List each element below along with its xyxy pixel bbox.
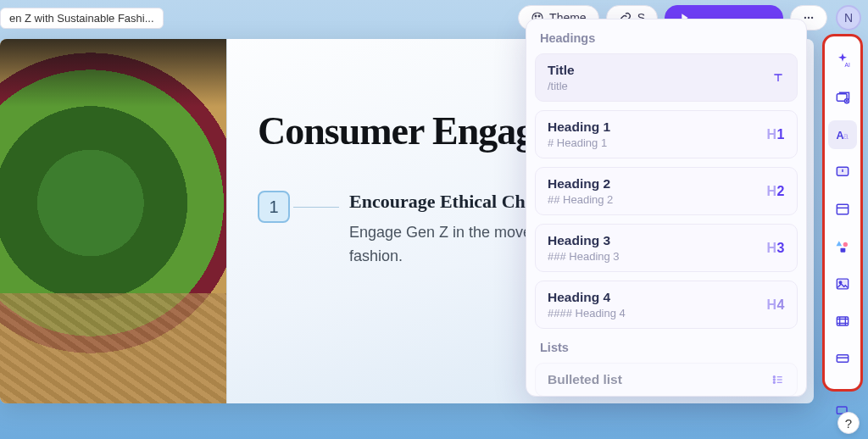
option-heading-2[interactable]: Heading 2 ## Heading 2 H2 — [535, 167, 798, 215]
svg-point-17 — [843, 242, 848, 247]
svg-point-7 — [773, 376, 775, 378]
option-h1-name: Heading 1 — [548, 119, 767, 135]
option-h3-name: Heading 3 — [548, 233, 767, 248]
svg-point-6 — [811, 17, 813, 19]
svg-rect-22 — [837, 355, 848, 362]
svg-point-4 — [804, 17, 806, 19]
section-label-headings: Headings — [535, 28, 798, 53]
option-title-name: Title — [548, 63, 771, 78]
option-heading-4[interactable]: Heading 4 #### Heading 4 H4 — [535, 281, 798, 329]
svg-text:AI: AI — [845, 62, 850, 68]
h3-badge: H3 — [767, 241, 785, 256]
option-h4-hint: #### Heading 4 — [548, 307, 767, 320]
svg-rect-16 — [837, 204, 848, 214]
title-t-icon — [771, 71, 785, 85]
option-heading-3[interactable]: Heading 3 ### Heading 3 H3 — [535, 224, 798, 272]
rail-shapes[interactable] — [828, 232, 857, 261]
rail-card-templates[interactable] — [828, 83, 857, 112]
point-number-badge[interactable]: 1 — [258, 191, 290, 223]
rail-text[interactable]: Aa — [828, 120, 857, 149]
document-title-pill[interactable]: en Z with Sustainable Fashi... — [0, 8, 164, 29]
option-h2-name: Heading 2 — [548, 176, 767, 192]
option-h1-hint: # Heading 1 — [548, 136, 767, 149]
option-heading-1[interactable]: Heading 1 # Heading 1 H1 — [535, 110, 798, 158]
right-tool-rail: AI Aa — [824, 36, 861, 390]
option-bulleted-name: Bulleted list — [548, 372, 771, 387]
svg-rect-19 — [837, 279, 848, 289]
svg-text:a: a — [843, 131, 849, 141]
h1-badge: H1 — [767, 127, 785, 142]
svg-point-5 — [808, 17, 810, 19]
option-h3-hint: ### Heading 3 — [548, 250, 767, 263]
slide-hero-image — [0, 39, 227, 403]
rail-embed[interactable] — [828, 344, 857, 373]
option-h4-name: Heading 4 — [548, 290, 767, 305]
help-button[interactable]: ? — [837, 412, 860, 434]
bulleted-list-icon — [771, 373, 785, 386]
avatar[interactable]: N — [836, 5, 861, 31]
rail-callout[interactable] — [828, 158, 857, 186]
option-h2-hint: ## Heading 2 — [548, 193, 767, 206]
svg-point-9 — [773, 381, 775, 383]
rail-video[interactable] — [828, 307, 857, 336]
rail-image[interactable] — [828, 270, 857, 298]
h4-badge: H4 — [767, 297, 785, 313]
svg-rect-21 — [837, 317, 848, 325]
section-label-lists: Lists — [535, 337, 798, 363]
rail-ai[interactable]: AI — [828, 46, 857, 75]
option-bulleted-list[interactable]: Bulleted list — [535, 363, 798, 397]
svg-point-8 — [773, 379, 775, 381]
svg-rect-18 — [841, 248, 846, 253]
svg-point-1 — [535, 15, 537, 17]
option-title-hint: /title — [548, 80, 771, 92]
svg-point-2 — [538, 15, 540, 17]
rail-layout[interactable] — [828, 195, 857, 224]
option-title[interactable]: Title /title — [535, 53, 798, 102]
insert-block-panel: Headings Title /title Heading 1 # Headin… — [526, 19, 807, 397]
h2-badge: H2 — [767, 184, 785, 199]
